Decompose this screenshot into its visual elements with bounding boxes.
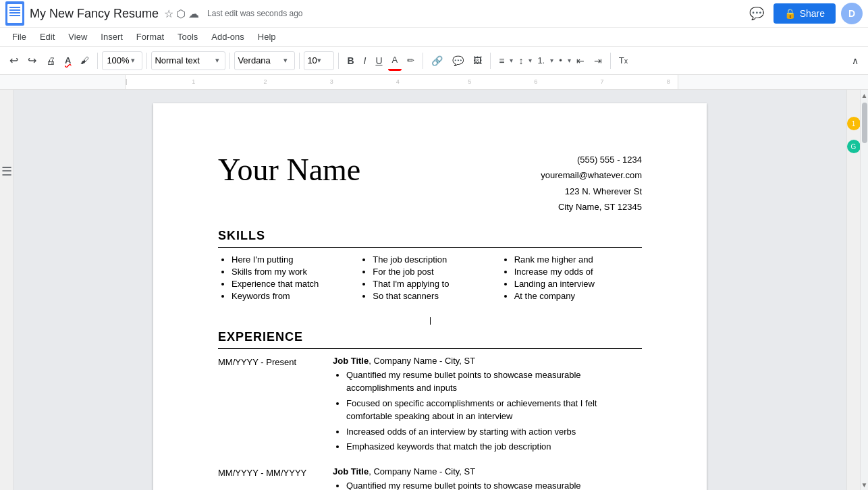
font-size-value: 10 bbox=[307, 55, 317, 65]
menu-file[interactable]: File bbox=[5, 30, 33, 44]
align-button[interactable]: ≡ bbox=[495, 51, 508, 71]
menu-tools[interactable]: Tools bbox=[171, 30, 205, 44]
bullet: Quantified my resume bullet points to sh… bbox=[346, 479, 642, 490]
job-title-1: Job Title bbox=[333, 356, 369, 366]
word-count-icon[interactable]: 1 bbox=[847, 117, 861, 130]
italic-button[interactable]: I bbox=[360, 51, 371, 71]
job-company-2: , Company Name - City, ST bbox=[369, 466, 475, 477]
ruler-inner: | 1 2 3 4 5 6 7 8 bbox=[125, 75, 678, 89]
skills-list-1: Here I'm putting Skills from my work Exp… bbox=[218, 254, 359, 301]
insert-link-button[interactable]: 🔗 bbox=[427, 51, 447, 71]
grammarly-icon[interactable]: G bbox=[847, 140, 861, 153]
comments-button[interactable]: 💬 bbox=[745, 2, 768, 25]
contact-city: City Name, ST 12345 bbox=[541, 199, 642, 215]
outline-toggle[interactable]: ☰ bbox=[0, 97, 13, 179]
insert-image-button[interactable]: 🖼 bbox=[469, 51, 486, 71]
insert-comment-button[interactable]: 💬 bbox=[448, 51, 468, 71]
last-edit-status: Last edit was seconds ago bbox=[207, 9, 302, 18]
ruler-marker-7: 7 bbox=[600, 78, 603, 85]
redo-button[interactable]: ↪ bbox=[24, 51, 40, 71]
menu-help[interactable]: Help bbox=[251, 30, 283, 44]
numbered-list-button[interactable]: 1. bbox=[533, 51, 549, 71]
ruler-marker-5: 5 bbox=[468, 78, 471, 85]
toolbar-more-button[interactable]: ∧ bbox=[848, 51, 863, 71]
undo-button[interactable]: ↩ bbox=[5, 51, 22, 71]
right-controls: 💬 🔒 Share D bbox=[745, 2, 863, 25]
skills-item: Keywords from bbox=[232, 291, 359, 301]
bullet: Increased odds of an interview by starti… bbox=[346, 425, 642, 439]
right-sidebar: 1 G bbox=[846, 90, 860, 490]
job-bullets-2: Quantified my resume bullet points to sh… bbox=[333, 479, 642, 490]
divider-3 bbox=[229, 53, 230, 69]
font-arrow: ▾ bbox=[283, 56, 288, 65]
menu-view[interactable]: View bbox=[61, 30, 94, 44]
divider-2 bbox=[146, 53, 147, 69]
font-selector[interactable]: Verdana ▾ bbox=[234, 51, 295, 70]
skills-item: Skills from my work bbox=[232, 267, 359, 277]
doc-area[interactable]: Your Name (555) 555 - 1234 youremail@wha… bbox=[13, 90, 846, 490]
skills-item: Experience that match bbox=[232, 279, 359, 289]
bullet-list-button[interactable]: • bbox=[555, 51, 566, 71]
job-bullets-1: Quantified my resume bullet points to sh… bbox=[333, 369, 642, 454]
zoom-selector[interactable]: 100% ▾ bbox=[102, 51, 142, 70]
resume-name[interactable]: Your Name bbox=[218, 152, 541, 188]
share-button[interactable]: 🔒 Share bbox=[774, 3, 836, 24]
contact-email: youremail@whatever.com bbox=[541, 167, 642, 183]
scroll-down-button[interactable]: ▼ bbox=[859, 479, 868, 490]
document-title[interactable]: My New Fancy Resume bbox=[30, 7, 159, 21]
skills-col-3: Rank me higher and Increase my odds of L… bbox=[501, 254, 642, 303]
bullet: Emphasized keywords that match the job d… bbox=[346, 440, 642, 454]
scroll-thumb[interactable] bbox=[862, 103, 867, 143]
divider-1 bbox=[97, 53, 98, 69]
divider-4 bbox=[299, 53, 300, 69]
folder-icon: ⬡ bbox=[176, 7, 186, 20]
menu-edit[interactable]: Edit bbox=[33, 30, 61, 44]
ruler-marker-6: 6 bbox=[534, 78, 537, 85]
decrease-indent-button[interactable]: ⇤ bbox=[572, 51, 589, 71]
scroll-up-button[interactable]: ▲ bbox=[859, 90, 868, 101]
menu-format[interactable]: Format bbox=[130, 30, 171, 44]
underline-button[interactable]: U bbox=[371, 51, 386, 71]
left-margin: ☰ bbox=[0, 90, 13, 490]
ruler-marker-2: 2 bbox=[264, 78, 267, 85]
job-detail-1: Job Title, Company Name - City, ST Quant… bbox=[333, 356, 642, 456]
share-label: Share bbox=[800, 8, 825, 19]
print-button[interactable]: 🖨 bbox=[42, 51, 59, 71]
line-spacing-arrow: ▾ bbox=[528, 57, 532, 64]
style-selector[interactable]: Normal text ▾ bbox=[151, 51, 225, 70]
spell-check-button[interactable]: A bbox=[61, 51, 75, 71]
bold-button[interactable]: B bbox=[343, 51, 358, 71]
highlight-button[interactable]: ✏ bbox=[403, 51, 418, 71]
menu-insert[interactable]: Insert bbox=[94, 30, 130, 44]
ruler: | 1 2 3 4 5 6 7 8 bbox=[0, 75, 868, 90]
skills-item: The job description bbox=[373, 254, 500, 265]
resume-contact: (555) 555 - 1234 youremail@whatever.com … bbox=[541, 152, 642, 215]
clear-formatting-button[interactable]: Tx bbox=[615, 51, 632, 71]
ruler-marker-8: 8 bbox=[667, 78, 670, 85]
increase-indent-button[interactable]: ⇥ bbox=[590, 51, 606, 71]
style-value: Normal text bbox=[155, 55, 215, 65]
job-title-2: Job Title bbox=[333, 466, 369, 477]
job-title-line-2: Job Title, Company Name - City, ST bbox=[333, 466, 642, 477]
bullet: Quantified my resume bullet points to sh… bbox=[346, 369, 642, 395]
font-size-selector[interactable]: 10 ▾ bbox=[304, 51, 334, 70]
experience-title: EXPERIENCE bbox=[218, 330, 642, 344]
experience-divider bbox=[218, 348, 642, 349]
vertical-scrollbar[interactable]: ▲ ▼ bbox=[860, 90, 868, 490]
line-spacing-button[interactable]: ↕ bbox=[514, 51, 527, 71]
text-color-button[interactable]: A bbox=[388, 51, 402, 71]
cursor-indicator bbox=[218, 317, 642, 325]
star-icon[interactable]: ☆ bbox=[164, 7, 173, 20]
user-avatar[interactable]: D bbox=[841, 3, 863, 24]
document-page[interactable]: Your Name (555) 555 - 1234 youremail@wha… bbox=[153, 103, 707, 490]
skills-list-3: Rank me higher and Increase my odds of L… bbox=[501, 254, 642, 301]
skills-divider bbox=[218, 247, 642, 248]
cloud-icon: ☁ bbox=[188, 7, 199, 20]
paint-format-button[interactable]: 🖌 bbox=[76, 51, 93, 71]
menu-addons[interactable]: Add-ons bbox=[205, 30, 250, 44]
font-size-arrow: ▾ bbox=[317, 56, 321, 65]
divider-6 bbox=[423, 53, 423, 69]
doc-icon-inner bbox=[7, 4, 22, 23]
toolbar-right: ∧ bbox=[848, 51, 863, 71]
divider-8 bbox=[610, 53, 611, 69]
